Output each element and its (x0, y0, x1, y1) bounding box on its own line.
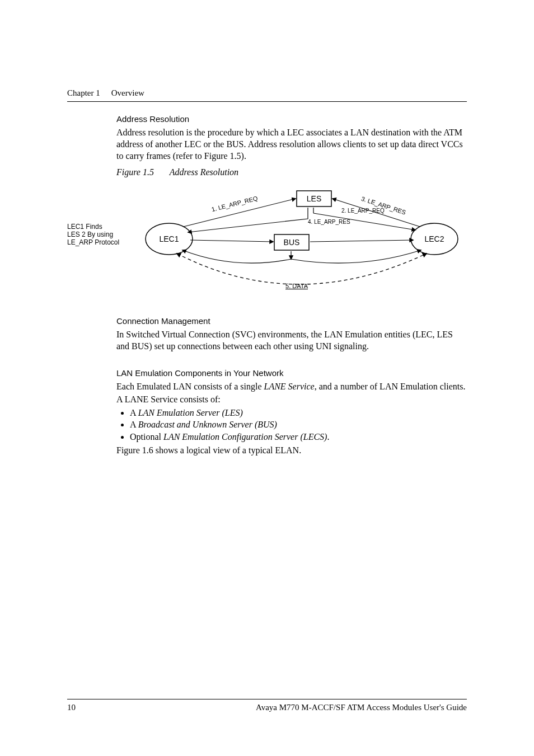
section3-body1: Each Emulated LAN consists of a single L… (116, 381, 467, 393)
chapter-title: Overview (111, 88, 144, 98)
chapter-number: Chapter 1 (67, 88, 100, 98)
section3-body2: A LANE Service consists of: (116, 394, 467, 406)
section3-body1a: Each Emulated LAN consists of a single (116, 382, 264, 391)
section-heading-address-resolution: Address Resolution (116, 114, 467, 124)
figure-title: Address Resolution (170, 167, 238, 177)
lec1-node: LEC1 (159, 234, 179, 243)
section3-body1b: , and a number of LAN Emulation clients. (315, 382, 466, 391)
section2-body: In Switched Virtual Connection (SVC) env… (116, 329, 467, 353)
step5-label: 5. DATA (285, 283, 308, 289)
side-caption-1: LEC1 Finds (67, 223, 102, 231)
figure-diagram: LES BUS LEC1 LEC2 LEC1 Finds LES 2 By us… (67, 186, 467, 300)
figure-label: Figure 1.5 (116, 167, 154, 177)
les-box: LES (307, 194, 321, 203)
list-item-italic: Broadcast and Unknown Server (BUS) (138, 420, 277, 429)
list-item-italic: LAN Emulation Configuration Server (LECS… (163, 432, 327, 442)
list-item-italic: LAN Emulation Server (LES) (138, 408, 243, 417)
list-item: A LAN Emulation Server (LES) (130, 407, 467, 419)
list-item: A Broadcast and Unknown Server (BUS) (130, 419, 467, 431)
page: Chapter 1 Overview Address Resolution Ad… (0, 0, 534, 457)
content: Address Resolution Address resolution is… (116, 114, 467, 457)
section3-body1-italic: LANE Service (264, 382, 315, 391)
step4-label: 4. LE_ARP_RES (308, 219, 350, 225)
section1-body: Address resolution is the procedure by w… (116, 127, 467, 162)
list-item-prefix: Optional (130, 432, 163, 442)
list-item-prefix: A (130, 408, 138, 417)
page-footer: 10 Avaya M770 M-ACCF/SF ATM Access Modul… (67, 699, 467, 712)
svg-line-9 (310, 240, 413, 242)
lec2-node: LEC2 (424, 234, 444, 243)
bus-box: BUS (284, 238, 300, 247)
section-heading-lan-emulation-components: LAN Emulation Components in Your Network (116, 368, 467, 378)
side-caption-2: LES 2 By using (67, 231, 113, 238)
section-heading-connection-management: Connection Management (116, 316, 467, 326)
list-item-suffix: . (327, 432, 329, 442)
lane-service-list: A LAN Emulation Server (LES) A Broadcast… (116, 407, 467, 443)
doc-title: Avaya M770 M-ACCF/SF ATM Access Modules … (256, 703, 467, 712)
step2-label: 2. LE_ARP_REQ (341, 208, 385, 214)
list-item-prefix: A (130, 420, 138, 429)
list-item: Optional LAN Emulation Configuration Ser… (130, 431, 467, 443)
figure-caption: Figure 1.5 Address Resolution (116, 167, 467, 177)
page-number: 10 (67, 703, 76, 712)
section3-body3: Figure 1.6 shows a logical view of a typ… (116, 445, 467, 457)
side-caption-3: LE_ARP Protocol (67, 238, 119, 246)
running-header: Chapter 1 Overview (67, 88, 467, 102)
svg-line-8 (190, 240, 273, 242)
